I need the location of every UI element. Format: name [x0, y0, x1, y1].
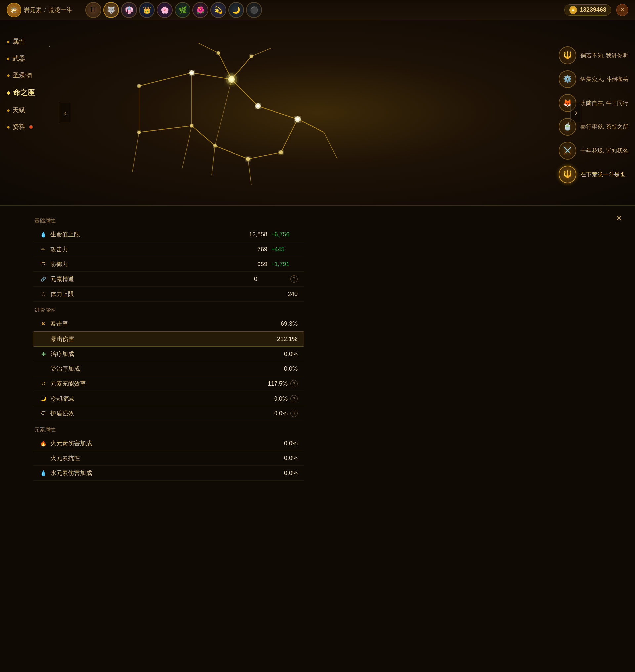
svg-point-53 [225, 74, 238, 85]
stat-value-heal-recv: 0.0% [265, 365, 298, 373]
stat-help-em[interactable]: ? [290, 275, 298, 283]
stat-name-pyro-dmg: 火元素伤害加成 [50, 439, 265, 447]
stat-name-crit-dmg: 暴击伤害 [50, 335, 264, 343]
stat-value-hp: 12,858 [234, 231, 267, 238]
svg-line-32 [324, 132, 337, 159]
constellation-icon-5: ⚔️ [559, 142, 576, 160]
sidebar-item-tiancai[interactable]: 天赋 [0, 102, 60, 119]
sidebar-label-mingzhizuo: 命之座 [13, 88, 35, 98]
stat-help-er[interactable]: ? [290, 380, 298, 387]
sidebar-label-shuxing: 属性 [12, 37, 25, 46]
char-avatar-7[interactable]: 🌺 [193, 2, 209, 18]
stat-row-hydro-dmg: 💧 水元素伤害加成 0.0% [33, 466, 304, 481]
char-avatar-10[interactable]: ⚫ [246, 2, 262, 18]
top-bar: 岩 岩元素 / 荒泷一斗 ⛩ 🐺 👘 👑 🌸 🌿 🌺 💫 🌙 ⚫ ● 13239… [0, 0, 635, 20]
stat-row-heal-recv: 受治疗加成 0.0% [33, 361, 304, 376]
constellation-icon-6: 🔱 [559, 166, 576, 183]
constellation-entry-3[interactable]: 🦊 水陆自在, 牛王同行 [559, 94, 628, 112]
stat-help-shield[interactable]: ? [290, 410, 298, 417]
character-tabs: ⛩ 🐺 👘 👑 🌸 🌿 🌺 💫 🌙 ⚫ [85, 2, 262, 18]
sidebar-item-wuqi[interactable]: 武器 [0, 50, 60, 67]
currency-display: ● 13239468 [564, 4, 611, 16]
char-avatar-2[interactable]: 🐺 [103, 2, 119, 18]
svg-line-15 [139, 73, 192, 86]
stat-row-heal: ✚ 治疗加成 0.0% [33, 346, 304, 361]
svg-point-38 [191, 71, 193, 74]
stat-name-crit-rate: 暴击率 [50, 320, 265, 328]
svg-line-28 [198, 43, 218, 53]
topbar-close-button[interactable]: ✕ [616, 4, 628, 16]
sidebar-item-shuxing[interactable]: 属性 [0, 33, 60, 50]
stat-value-shield: 0.0% [255, 410, 288, 417]
constellation-icon-1: 🔱 [559, 46, 576, 64]
constellation-label-1: 倘若不知, 我讲你听 [581, 51, 628, 59]
stat-row-em: 🔗 元素精通 0 ? [33, 272, 304, 287]
sidebar-item-ziliao[interactable]: 资料 [0, 119, 60, 135]
stat-value-crit-rate: 69.3% [265, 320, 298, 328]
constellation-entry-5[interactable]: ⚔️ 十年花坂, 皆知我名 [559, 142, 628, 160]
sidebar-item-shengyiwu[interactable]: 圣遗物 [0, 67, 60, 84]
constellation-entry-4[interactable]: 🍵 奉行牢狱, 茶饭之所 [559, 118, 628, 136]
breadcrumb-separator: / [44, 7, 46, 13]
svg-point-45 [137, 84, 140, 88]
stat-help-cd[interactable]: ? [290, 395, 298, 402]
nav-arrow-left[interactable]: ‹ [60, 103, 71, 123]
constellation-entry-1[interactable]: 🔱 倘若不知, 我讲你听 [559, 46, 628, 64]
char-avatar-4[interactable]: 👑 [139, 2, 155, 18]
char-avatar-1[interactable]: ⛩ [85, 2, 101, 18]
nav-arrow-right[interactable]: › [570, 103, 582, 123]
character-name: 荒泷一斗 [48, 6, 72, 14]
constellation-label-5: 十年花坂, 皆知我名 [581, 147, 628, 154]
stat-value-def: 959 [234, 261, 267, 268]
char-avatar-5[interactable]: 🌸 [157, 2, 173, 18]
currency-amount: 13239468 [580, 6, 606, 13]
stat-row-cd: 🌙 冷却缩减 0.0% ? [33, 391, 304, 406]
svg-point-50 [246, 157, 250, 161]
stat-bonus-def: +1,791 [271, 261, 298, 268]
stat-name-hp: 生命值上限 [50, 230, 234, 238]
char-avatar-6[interactable]: 🌿 [175, 2, 191, 18]
stat-name-hydro-dmg: 水元素伤害加成 [50, 469, 265, 477]
constellation-label-6: 在下荒泷一斗是也 [581, 171, 626, 178]
svg-point-44 [296, 118, 299, 121]
stat-name-def: 防御力 [50, 260, 234, 268]
constellation-area: 🔱 倘若不知, 我讲你听 ⚙️ 纠集众人, 斗倒御岳 🦊 水陆自在, 牛王同行 … [0, 20, 635, 205]
stat-name-pyro-res: 火元素抗性 [50, 454, 265, 462]
constellation-label-4: 奉行牢狱, 茶饭之所 [581, 123, 628, 131]
section-title-base: 基础属性 [33, 217, 304, 225]
svg-point-46 [279, 150, 283, 154]
sidebar-label-ziliao: 资料 [12, 123, 25, 131]
stat-value-pyro-dmg: 0.0% [265, 440, 298, 447]
svg-point-47 [213, 144, 217, 147]
svg-line-18 [258, 106, 298, 119]
stats-close-button[interactable]: ✕ [613, 212, 625, 224]
char-avatar-8[interactable]: 💫 [210, 2, 226, 18]
currency-icon: ● [569, 6, 577, 14]
stat-value-crit-dmg: 212.1% [264, 336, 297, 343]
stat-value-er: 117.5% [255, 380, 288, 387]
svg-point-49 [137, 131, 140, 134]
stat-bonus-hp: +6,756 [271, 231, 298, 238]
sidebar-label-wuqi: 武器 [12, 54, 25, 63]
svg-point-52 [250, 55, 253, 58]
svg-line-34 [248, 159, 251, 185]
stat-value-pyro-res: 0.0% [265, 455, 298, 462]
sidebar-label-tiancai: 天赋 [12, 106, 25, 114]
char-avatar-9[interactable]: 🌙 [228, 2, 244, 18]
sidebar-item-mingzhizuo[interactable]: 命之座 [0, 84, 60, 102]
constellation-icon-2: ⚙️ [559, 70, 576, 88]
sidebar-badge-ziliao [29, 125, 33, 129]
stat-row-crit-dmg: 暴击伤害 212.1% [33, 331, 304, 346]
stat-value-em: 0 [224, 276, 257, 283]
char-avatar-3[interactable]: 👘 [121, 2, 137, 18]
constellation-entry-2[interactable]: ⚙️ 纠集众人, 斗倒御岳 [559, 70, 628, 88]
stat-name-shield: 护盾强效 [50, 410, 255, 417]
constellation-label-2: 纠集众人, 斗倒御岳 [581, 76, 628, 83]
stat-row-pyro-dmg: 🔥 火元素伤害加成 0.0% [33, 436, 304, 451]
stat-row-pyro-res: 火元素抗性 0.0% [33, 451, 304, 466]
constellation-entry-6[interactable]: 🔱 在下荒泷一斗是也 [559, 166, 628, 183]
svg-line-23 [139, 126, 192, 132]
svg-line-19 [281, 119, 298, 152]
stat-value-heal: 0.0% [265, 351, 298, 358]
svg-point-48 [190, 124, 194, 127]
